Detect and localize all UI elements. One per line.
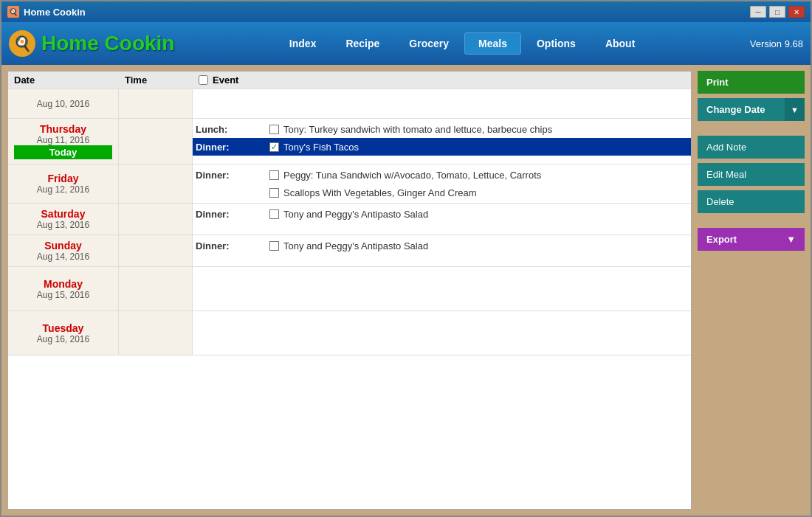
nav-item-recipe[interactable]: Recipe — [331, 32, 393, 55]
event-cell-aug16 — [193, 311, 691, 355]
date-cell-aug11: Thursday Aug 11, 2016 Today — [8, 119, 119, 164]
day-name-aug13: Saturday — [41, 208, 86, 220]
right-sidebar: Print Change Date ▼ Add Note Edit Meal D… — [698, 71, 805, 510]
event-cell-aug12: Dinner: Peggy: Tuna Sandwich w/Avocado, … — [193, 164, 691, 203]
event-cell-aug10 — [193, 89, 691, 118]
meal-content-dinner-aug13: Tony and Peggy's Antipasto Salad — [269, 209, 688, 220]
event-cell-aug11: Lunch: Tony: Turkey sandwich with tomato… — [193, 119, 691, 164]
date-text-aug11: Aug 11, 2016 — [37, 135, 89, 145]
title-bar-left: 🍳 Home Cookin — [7, 6, 86, 18]
day-name-aug11: Thursday — [40, 123, 86, 135]
date-text-aug14: Aug 14, 2016 — [37, 251, 89, 262]
nav-items: Index Recipe Grocery Meals Options About — [275, 32, 649, 55]
table-row: Tuesday Aug 16, 2016 — [8, 311, 691, 355]
export-label: Export — [706, 234, 737, 245]
event-cell-aug15 — [193, 267, 691, 310]
meal-type-dinner-aug12: Dinner: — [196, 170, 269, 181]
nav-item-index[interactable]: Index — [275, 32, 331, 55]
table-row: Friday Aug 12, 2016 Dinner: Peggy: Tuna … — [8, 164, 691, 204]
meal-text-dinner-aug14: Tony and Peggy's Antipasto Salad — [283, 240, 428, 251]
table-row: Monday Aug 15, 2016 — [8, 267, 691, 311]
nav-item-options[interactable]: Options — [523, 32, 590, 55]
meal-text-dinner-aug11: Tony's Fish Tacos — [283, 142, 359, 153]
meal-checkbox-dinner-aug14[interactable] — [269, 241, 279, 251]
main-window: 🍳 Home Cookin ─ □ ✕ 🍳 Home Cookin Index … — [0, 0, 812, 517]
meal-row-dinner-aug11[interactable]: Dinner: ✓ Tony's Fish Tacos — [193, 138, 691, 156]
window-title: Home Cookin — [24, 7, 86, 18]
minimize-button[interactable]: ─ — [750, 6, 766, 18]
time-cell-aug11 — [119, 119, 193, 164]
meal-content-dinner-aug12-2: Scallops With Vegetables, Ginger And Cre… — [269, 187, 688, 198]
date-cell-aug12: Friday Aug 12, 2016 — [8, 164, 119, 203]
meal-row-lunch[interactable]: Lunch: Tony: Turkey sandwich with tomato… — [193, 120, 691, 138]
meal-text-dinner-aug12-2: Scallops With Vegetables, Ginger And Cre… — [283, 187, 477, 198]
meal-checkbox-dinner-aug11[interactable]: ✓ — [269, 142, 279, 152]
print-button[interactable]: Print — [698, 71, 805, 94]
nav-item-meals[interactable]: Meals — [464, 32, 521, 55]
add-note-button[interactable]: Add Note — [698, 136, 805, 159]
day-name-aug15: Monday — [44, 278, 83, 290]
main-content: Date Time Event Aug 10, 2016 — [1, 65, 811, 516]
table-row: Thursday Aug 11, 2016 Today Lunch: Tony:… — [8, 119, 691, 164]
time-cell-aug14 — [119, 235, 193, 266]
meal-text-lunch: Tony: Turkey sandwich with tomato and le… — [283, 124, 552, 135]
table-row: Sunday Aug 14, 2016 Dinner: Tony and Peg… — [8, 235, 691, 267]
meal-row-dinner-aug12[interactable]: Dinner: Peggy: Tuna Sandwich w/Avocado, … — [193, 166, 691, 184]
change-date-button-group: Change Date ▼ — [698, 98, 805, 121]
export-dropdown-icon: ▼ — [786, 234, 796, 245]
export-button[interactable]: Export ▼ — [698, 228, 805, 251]
day-name-aug12: Friday — [47, 173, 78, 184]
meal-content-dinner-aug12: Peggy: Tuna Sandwich w/Avocado, Tomato, … — [269, 170, 688, 181]
date-text-aug10: Aug 10, 2016 — [37, 99, 89, 109]
edit-meal-button[interactable]: Edit Meal — [698, 163, 805, 186]
header-event: Event — [213, 74, 238, 86]
meal-type-dinner-aug13: Dinner: — [196, 209, 269, 220]
meal-row-dinner-aug12-2[interactable]: Scallops With Vegetables, Ginger And Cre… — [193, 184, 691, 201]
meal-text-dinner-aug13: Tony and Peggy's Antipasto Salad — [283, 209, 428, 220]
meal-checkbox-dinner-aug13[interactable] — [269, 209, 279, 219]
delete-button[interactable]: Delete — [698, 190, 805, 213]
export-button-group: Export ▼ — [698, 228, 805, 251]
table-row: Saturday Aug 13, 2016 Dinner: Tony and P… — [8, 204, 691, 235]
event-cell-aug13: Dinner: Tony and Peggy's Antipasto Salad — [193, 204, 691, 235]
close-button[interactable]: ✕ — [788, 6, 805, 18]
time-cell-aug10 — [119, 89, 193, 118]
nav-item-about[interactable]: About — [591, 32, 649, 55]
calendar-body[interactable]: Aug 10, 2016 Thursday Aug 11, 2016 Today — [8, 89, 691, 509]
event-checkbox[interactable] — [199, 75, 208, 85]
meal-content-dinner-aug11: ✓ Tony's Fish Tacos — [269, 142, 688, 153]
today-badge: Today — [14, 145, 112, 159]
date-text-aug15: Aug 15, 2016 — [37, 290, 89, 300]
date-cell-aug10: Aug 10, 2016 — [8, 89, 119, 118]
logo-icon: 🍳 — [9, 30, 35, 57]
header-time: Time — [125, 74, 199, 86]
change-date-dropdown-arrow[interactable]: ▼ — [785, 98, 805, 121]
date-cell-aug15: Monday Aug 15, 2016 — [8, 267, 119, 310]
meal-checkbox-dinner-aug12[interactable] — [269, 170, 279, 180]
title-bar: 🍳 Home Cookin ─ □ ✕ — [1, 1, 811, 22]
meal-checkbox-lunch[interactable] — [269, 125, 279, 134]
day-name-aug14: Sunday — [44, 240, 82, 251]
maximize-button[interactable]: □ — [769, 6, 785, 18]
meal-row-dinner-aug13[interactable]: Dinner: Tony and Peggy's Antipasto Salad — [193, 205, 691, 223]
nav-bar: 🍳 Home Cookin Index Recipe Grocery Meals… — [1, 22, 811, 65]
logo-text: Home Cookin — [41, 32, 174, 55]
date-text-aug13: Aug 13, 2016 — [37, 220, 89, 230]
app-icon: 🍳 — [7, 6, 19, 18]
time-cell-aug12 — [119, 164, 193, 203]
nav-item-grocery[interactable]: Grocery — [395, 32, 463, 55]
date-cell-aug13: Saturday Aug 13, 2016 — [8, 204, 119, 235]
table-row: Aug 10, 2016 — [8, 89, 691, 119]
print-button-group: Print — [698, 71, 805, 94]
meal-content-lunch: Tony: Turkey sandwich with tomato and le… — [269, 124, 688, 135]
meal-row-dinner-aug14[interactable]: Dinner: Tony and Peggy's Antipasto Salad — [193, 237, 691, 254]
date-text-aug16: Aug 16, 2016 — [37, 334, 89, 344]
title-bar-controls: ─ □ ✕ — [750, 6, 805, 18]
date-cell-aug16: Tuesday Aug 16, 2016 — [8, 311, 119, 355]
meal-type-dinner-aug14: Dinner: — [196, 240, 269, 251]
meal-checkbox-dinner-aug12-2[interactable] — [269, 188, 279, 198]
change-date-button[interactable]: Change Date — [698, 98, 785, 121]
meal-text-dinner-aug12-1: Peggy: Tuna Sandwich w/Avocado, Tomato, … — [283, 170, 541, 181]
header-event-cell: Event — [199, 74, 685, 86]
meal-type-dinner-aug11: Dinner: — [196, 142, 269, 153]
